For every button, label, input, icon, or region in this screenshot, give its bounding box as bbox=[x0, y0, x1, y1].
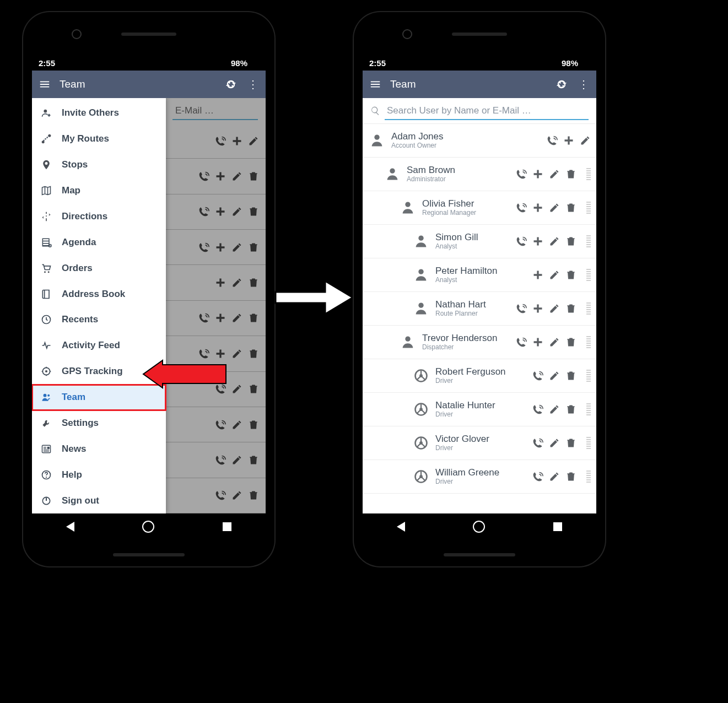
edit-button[interactable] bbox=[549, 337, 560, 348]
team-row[interactable]: William Greene Driver bbox=[363, 460, 596, 494]
drawer-item-map[interactable]: Map bbox=[32, 178, 166, 204]
menu-button[interactable] bbox=[37, 77, 52, 91]
add-button[interactable] bbox=[532, 236, 543, 247]
add-button[interactable] bbox=[532, 337, 543, 348]
team-user-name: Olivia Fisher bbox=[422, 199, 476, 209]
drawer-item-label: Directions bbox=[62, 211, 107, 222]
nav-back-button[interactable] bbox=[66, 522, 74, 532]
call-button[interactable] bbox=[532, 471, 543, 482]
drag-handle[interactable] bbox=[586, 302, 591, 315]
delete-button[interactable] bbox=[565, 303, 576, 314]
drag-handle[interactable] bbox=[586, 471, 591, 483]
team-row[interactable]: Sam Brown Administrator bbox=[363, 158, 596, 191]
delete-button[interactable] bbox=[565, 471, 576, 482]
drag-handle[interactable] bbox=[586, 403, 591, 415]
team-row[interactable]: Robert Ferguson Driver bbox=[363, 359, 596, 393]
nav-recents-button[interactable] bbox=[223, 522, 231, 531]
delete-button[interactable] bbox=[565, 236, 576, 247]
edit-button[interactable] bbox=[549, 303, 560, 314]
drawer-item-settings[interactable]: Settings bbox=[32, 410, 166, 436]
team-row[interactable]: Nathan Hart Route Planner bbox=[363, 292, 596, 326]
drawer-item-sign-out[interactable]: Sign out bbox=[32, 488, 166, 513]
sync-button[interactable] bbox=[224, 77, 238, 91]
drag-handle[interactable] bbox=[586, 168, 591, 180]
nav-recents-button[interactable] bbox=[553, 522, 562, 531]
edit-button[interactable] bbox=[549, 236, 560, 247]
team-user-name: Trevor Henderson bbox=[422, 333, 497, 344]
add-button[interactable] bbox=[532, 269, 543, 280]
call-button[interactable] bbox=[532, 437, 543, 448]
delete-button[interactable] bbox=[565, 404, 576, 415]
power-icon bbox=[41, 495, 52, 506]
drawer-item-agenda[interactable]: Agenda bbox=[32, 229, 166, 255]
call-button[interactable] bbox=[516, 236, 527, 247]
call-button[interactable] bbox=[516, 169, 527, 180]
add-button[interactable] bbox=[563, 135, 574, 146]
call-button[interactable] bbox=[516, 202, 527, 213]
drawer-item-stops[interactable]: Stops bbox=[32, 152, 166, 178]
search-bar[interactable]: Search User by Name or E-Mail … bbox=[363, 98, 596, 124]
delete-button[interactable] bbox=[565, 337, 576, 348]
edit-button[interactable] bbox=[549, 370, 560, 381]
drawer-item-label: My Routes bbox=[62, 133, 109, 144]
screen-content-left: E-Mail … Invite OthersMy RoutesStopsMapD… bbox=[32, 98, 266, 513]
edit-button[interactable] bbox=[549, 269, 560, 280]
delete-button[interactable] bbox=[565, 169, 576, 180]
add-button[interactable] bbox=[532, 202, 543, 213]
signal-icon bbox=[548, 58, 557, 67]
call-button[interactable] bbox=[532, 370, 543, 381]
drag-handle[interactable] bbox=[586, 437, 591, 449]
delete-button[interactable] bbox=[565, 437, 576, 448]
nav-home-button[interactable] bbox=[142, 521, 154, 533]
sync-button[interactable] bbox=[554, 77, 569, 91]
add-button[interactable] bbox=[532, 169, 543, 180]
avatar-icon bbox=[413, 469, 429, 484]
avatar-icon bbox=[413, 435, 429, 451]
drawer-item-label: Orders bbox=[62, 263, 93, 274]
drawer-item-label: Recents bbox=[62, 314, 98, 325]
edit-button[interactable] bbox=[580, 135, 591, 146]
team-user-name: William Greene bbox=[435, 468, 499, 478]
team-row[interactable]: Simon Gill Analyst bbox=[363, 225, 596, 258]
edit-button[interactable] bbox=[549, 471, 560, 482]
edit-button[interactable] bbox=[549, 202, 560, 213]
drawer-item-orders[interactable]: Orders bbox=[32, 255, 166, 281]
drag-handle[interactable] bbox=[586, 269, 591, 281]
edit-button[interactable] bbox=[549, 437, 560, 448]
overflow-menu-button[interactable]: ⋮ bbox=[246, 77, 260, 91]
drawer-item-directions[interactable]: Directions bbox=[32, 204, 166, 230]
drawer-item-activity-feed[interactable]: Activity Feed bbox=[32, 333, 166, 359]
drag-handle[interactable] bbox=[586, 235, 591, 247]
delete-button[interactable] bbox=[565, 370, 576, 381]
team-row[interactable]: Olivia Fisher Regional Manager bbox=[363, 191, 596, 225]
nav-home-button[interactable] bbox=[473, 521, 485, 533]
target-icon bbox=[41, 366, 52, 377]
map-icon bbox=[41, 185, 52, 196]
edit-button[interactable] bbox=[549, 169, 560, 180]
team-row[interactable]: Natalie Hunter Driver bbox=[363, 393, 596, 426]
drawer-item-recents[interactable]: Recents bbox=[32, 307, 166, 333]
call-button[interactable] bbox=[516, 303, 527, 314]
nav-back-button[interactable] bbox=[397, 522, 405, 532]
drawer-item-my-routes[interactable]: My Routes bbox=[32, 126, 166, 152]
drag-handle[interactable] bbox=[586, 370, 591, 382]
edit-button[interactable] bbox=[549, 404, 560, 415]
team-row[interactable]: Trevor Henderson Dispatcher bbox=[363, 326, 596, 359]
delete-button[interactable] bbox=[565, 202, 576, 213]
menu-button[interactable] bbox=[368, 77, 382, 91]
drawer-item-news[interactable]: News bbox=[32, 436, 166, 462]
team-row[interactable]: Peter Hamilton Analyst bbox=[363, 258, 596, 292]
drag-handle[interactable] bbox=[586, 202, 591, 214]
delete-button[interactable] bbox=[565, 269, 576, 280]
drag-handle[interactable] bbox=[586, 336, 591, 348]
team-row[interactable]: Victor Glover Driver bbox=[363, 426, 596, 460]
team-row[interactable]: Adam Jones Account Owner bbox=[363, 124, 596, 158]
call-button[interactable] bbox=[547, 135, 558, 146]
drawer-item-invite-others[interactable]: Invite Others bbox=[32, 100, 166, 126]
call-button[interactable] bbox=[532, 404, 543, 415]
add-button[interactable] bbox=[532, 303, 543, 314]
drawer-item-address-book[interactable]: Address Book bbox=[32, 281, 166, 307]
call-button[interactable] bbox=[516, 337, 527, 348]
drawer-item-help[interactable]: Help bbox=[32, 462, 166, 488]
overflow-menu-button[interactable]: ⋮ bbox=[576, 77, 591, 91]
